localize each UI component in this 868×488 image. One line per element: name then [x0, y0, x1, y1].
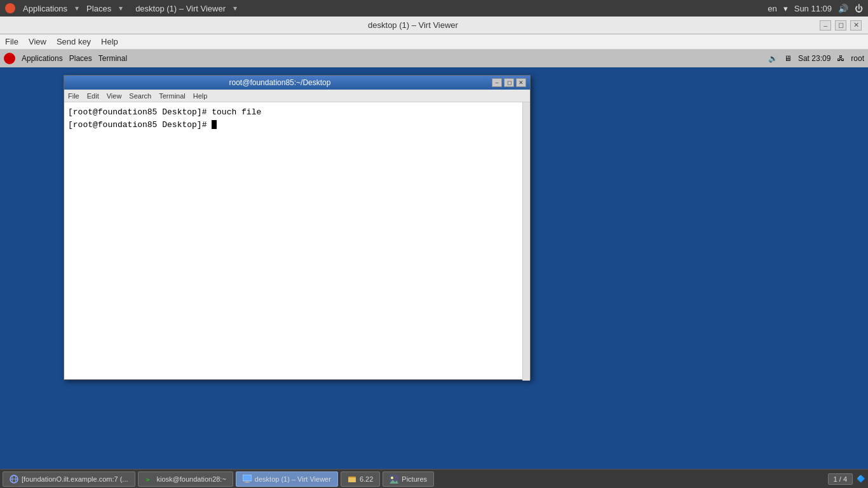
host-places-arrow: ▾	[119, 4, 123, 13]
pictures-icon	[390, 475, 398, 484]
virt-menu-view[interactable]: View	[29, 37, 46, 46]
terminal-window[interactable]: root@foundation85:~/Desktop – ◻ ✕ File E…	[64, 75, 531, 380]
host-logo-icon	[5, 3, 15, 13]
host-pager-icon: 🔷	[857, 475, 865, 483]
host-volume-icon[interactable]: 🔊	[838, 4, 848, 13]
host-pager[interactable]: 1 / 4	[828, 473, 853, 485]
file-manager-icon	[348, 475, 356, 484]
terminal-minimize-button[interactable]: –	[492, 78, 502, 87]
guest-volume-icon[interactable]: 🔊	[768, 54, 778, 63]
guest-topbar-right: 🔊 🖥 Sat 23:09 🖧 root	[768, 54, 864, 63]
svg-text:>: >	[146, 477, 150, 483]
virt-close-button[interactable]: ✕	[850, 20, 862, 30]
virt-viewer-window: desktop (1) – Virt Viewer – ◻ ✕ File Vie…	[0, 17, 868, 488]
host-task-virt-btn[interactable]: desktop (1) – Virt Viewer	[236, 471, 338, 487]
terminal-title: root@foundation85:~/Desktop	[68, 78, 492, 87]
virt-menu-sendkey[interactable]: Send key	[57, 37, 91, 46]
virt-titlebar: desktop (1) – Virt Viewer – ◻ ✕	[0, 17, 868, 34]
svg-rect-15	[245, 482, 250, 483]
virt-window-controls: – ◻ ✕	[820, 20, 862, 30]
virt-minimize-button[interactable]: –	[820, 20, 831, 30]
guest-applications-menu[interactable]: Applications	[22, 54, 63, 63]
host-task-kiosk-label: kiosk@foundation28:~	[157, 475, 226, 483]
terminal-maximize-button[interactable]: ◻	[504, 78, 514, 87]
terminal-body[interactable]: [root@foundation85 Desktop]# touch file …	[64, 102, 530, 379]
terminal-menu-view[interactable]: View	[107, 92, 122, 100]
guest-vm-area[interactable]: Applications Places Terminal 🔊 🖥 Sat 23:…	[0, 50, 868, 488]
terminal-line-1: [root@foundation85 Desktop]# touch file	[68, 106, 526, 119]
virt-maximize-button[interactable]: ◻	[835, 20, 846, 30]
host-taskbar-right: 1 / 4 🔷	[828, 473, 865, 485]
guest-clock: Sat 23:09	[798, 54, 831, 63]
guest-topbar: Applications Places Terminal 🔊 🖥 Sat 23:…	[0, 50, 868, 67]
terminal-titlebar: root@foundation85:~/Desktop – ◻ ✕	[64, 76, 530, 90]
host-window-arrow: ▾	[233, 4, 237, 13]
host-places-menu[interactable]: Places	[86, 4, 111, 13]
host-applications-menu[interactable]: Applications	[23, 4, 67, 13]
host-clock: Sun 11:09	[794, 4, 832, 13]
svg-rect-17	[348, 478, 356, 482]
guest-display-icon: 🖥	[784, 54, 792, 63]
svg-point-19	[391, 477, 393, 479]
host-task-virt-label: desktop (1) – Virt Viewer	[255, 475, 331, 483]
guest-network-icon: 🖧	[837, 54, 844, 63]
terminal-menu-terminal[interactable]: Terminal	[159, 92, 186, 100]
host-topbar: Applications ▾ Places ▾ desktop (1) – Vi…	[0, 0, 868, 17]
terminal-window-controls: – ◻ ✕	[492, 78, 526, 87]
guest-places-menu[interactable]: Places	[69, 54, 92, 63]
guest-logo-icon	[4, 53, 15, 64]
host-task-file-label: 6.22	[360, 475, 373, 483]
guest-terminal-taskbtn[interactable]: Terminal	[98, 54, 127, 63]
host-task-file-btn[interactable]: 6.22	[341, 471, 380, 487]
host-lang[interactable]: en	[768, 4, 776, 13]
host-taskbar: [foundationO.ilt.example.com:7 (... > ki…	[0, 469, 868, 488]
terminal-menu-edit[interactable]: Edit	[87, 92, 99, 100]
virt-window-title: desktop (1) – Virt Viewer	[6, 20, 820, 30]
virt-menu-help[interactable]: Help	[101, 37, 118, 46]
host-power-icon[interactable]: ⏻	[855, 4, 863, 13]
virt-menubar: File View Send key Help	[0, 34, 868, 50]
globe-icon	[10, 475, 18, 484]
terminal-menu-help[interactable]: Help	[193, 92, 208, 100]
terminal-small-icon: >	[145, 475, 154, 484]
host-task-kiosk-btn[interactable]: > kiosk@foundation28:~	[138, 471, 233, 487]
terminal-close-button[interactable]: ✕	[516, 78, 526, 87]
terminal-line-2: [root@foundation85 Desktop]#	[68, 119, 526, 132]
host-task-pictures-btn[interactable]: Pictures	[383, 471, 434, 487]
virt-menu-file[interactable]: File	[5, 37, 18, 46]
terminal-menubar: File Edit View Search Terminal Help	[64, 90, 530, 102]
terminal-menu-file[interactable]: File	[68, 92, 79, 100]
terminal-cursor	[212, 120, 217, 129]
host-active-window-label: desktop (1) – Virt Viewer	[135, 4, 226, 13]
svg-rect-14	[246, 481, 248, 482]
host-task-pictures-label: Pictures	[402, 475, 427, 483]
host-lang-arrow: ▾	[783, 4, 788, 13]
svg-rect-13	[243, 475, 252, 481]
terminal-scrollbar[interactable]	[522, 102, 530, 381]
terminal-menu-search[interactable]: Search	[129, 92, 151, 100]
host-applications-arrow: ▾	[75, 4, 79, 13]
host-task-foundation-btn[interactable]: [foundationO.ilt.example.com:7 (...	[3, 471, 135, 487]
host-task-foundation-label: [foundationO.ilt.example.com:7 (...	[22, 475, 128, 483]
host-topbar-right: en ▾ Sun 11:09 🔊 ⏻	[768, 4, 863, 13]
guest-user-label: root	[851, 54, 864, 63]
virt-viewer-icon	[243, 475, 252, 484]
